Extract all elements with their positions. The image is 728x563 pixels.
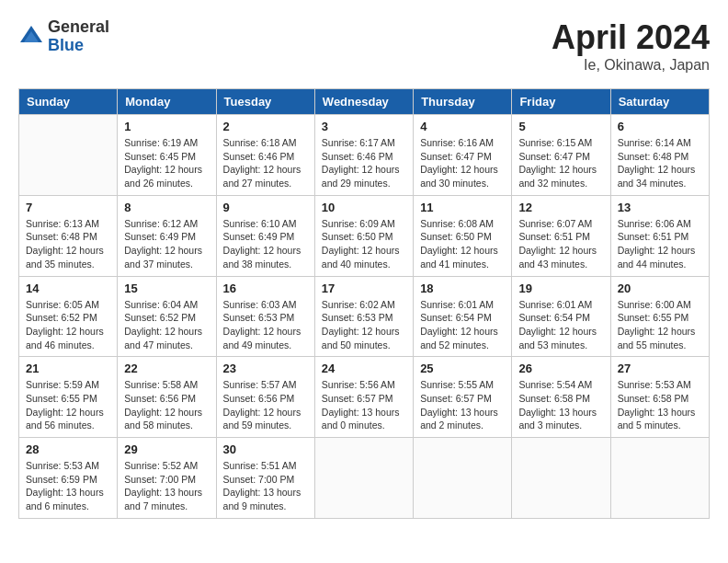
day-number: 22 <box>124 362 209 375</box>
calendar-cell: 15Sunrise: 6:04 AM Sunset: 6:52 PM Dayli… <box>118 276 216 357</box>
calendar-cell: 29Sunrise: 5:52 AM Sunset: 7:00 PM Dayli… <box>118 438 216 519</box>
calendar-cell: 18Sunrise: 6:01 AM Sunset: 6:54 PM Dayli… <box>414 276 512 357</box>
day-number: 8 <box>124 201 209 214</box>
page-header: General Blue April 2024 Ie, Okinawa, Jap… <box>18 18 710 74</box>
day-info: Sunrise: 6:07 AM Sunset: 6:51 PM Dayligh… <box>518 217 603 271</box>
day-info: Sunrise: 6:01 AM Sunset: 6:54 PM Dayligh… <box>420 298 505 352</box>
day-info: Sunrise: 6:00 AM Sunset: 6:55 PM Dayligh… <box>618 298 702 352</box>
day-info: Sunrise: 6:18 AM Sunset: 6:46 PM Dayligh… <box>223 136 308 190</box>
day-info: Sunrise: 5:56 AM Sunset: 6:57 PM Dayligh… <box>322 378 406 432</box>
week-row-4: 21Sunrise: 5:59 AM Sunset: 6:55 PM Dayli… <box>19 357 710 438</box>
calendar-cell: 3Sunrise: 6:17 AM Sunset: 6:46 PM Daylig… <box>314 115 413 196</box>
location-title: Ie, Okinawa, Japan <box>552 57 710 74</box>
day-number: 21 <box>26 362 110 375</box>
calendar-cell: 8Sunrise: 6:12 AM Sunset: 6:49 PM Daylig… <box>118 195 216 276</box>
logo-blue: Blue <box>48 37 109 55</box>
day-info: Sunrise: 5:57 AM Sunset: 6:56 PM Dayligh… <box>223 378 308 432</box>
calendar-cell: 6Sunrise: 6:14 AM Sunset: 6:48 PM Daylig… <box>610 115 709 196</box>
day-number: 30 <box>223 442 308 456</box>
day-info: Sunrise: 5:54 AM Sunset: 6:58 PM Dayligh… <box>518 378 603 432</box>
day-info: Sunrise: 6:14 AM Sunset: 6:48 PM Dayligh… <box>618 136 702 190</box>
calendar-cell: 17Sunrise: 6:02 AM Sunset: 6:53 PM Dayli… <box>314 276 413 357</box>
column-header-thursday: Thursday <box>414 89 512 115</box>
day-info: Sunrise: 6:05 AM Sunset: 6:52 PM Dayligh… <box>26 298 110 352</box>
title-area: April 2024 Ie, Okinawa, Japan <box>552 18 710 74</box>
day-number: 11 <box>420 201 505 214</box>
header-row: SundayMondayTuesdayWednesdayThursdayFrid… <box>19 89 710 115</box>
day-info: Sunrise: 6:16 AM Sunset: 6:47 PM Dayligh… <box>420 136 505 190</box>
calendar-cell: 20Sunrise: 6:00 AM Sunset: 6:55 PM Dayli… <box>610 276 709 357</box>
day-info: Sunrise: 5:55 AM Sunset: 6:57 PM Dayligh… <box>420 378 505 432</box>
calendar-cell <box>314 438 413 519</box>
day-number: 16 <box>223 282 308 295</box>
day-info: Sunrise: 5:58 AM Sunset: 6:56 PM Dayligh… <box>124 378 209 432</box>
day-number: 23 <box>223 362 308 375</box>
day-number: 1 <box>124 120 209 133</box>
calendar-cell: 9Sunrise: 6:10 AM Sunset: 6:49 PM Daylig… <box>216 195 314 276</box>
day-number: 26 <box>518 362 603 375</box>
day-number: 19 <box>518 282 603 295</box>
day-number: 5 <box>518 120 603 133</box>
week-row-3: 14Sunrise: 6:05 AM Sunset: 6:52 PM Dayli… <box>19 276 710 357</box>
day-number: 18 <box>420 282 505 295</box>
column-header-wednesday: Wednesday <box>314 89 413 115</box>
day-number: 4 <box>420 120 505 133</box>
column-header-tuesday: Tuesday <box>216 89 314 115</box>
calendar-cell <box>610 438 709 519</box>
calendar-cell: 1Sunrise: 6:19 AM Sunset: 6:45 PM Daylig… <box>118 115 216 196</box>
day-info: Sunrise: 5:51 AM Sunset: 7:00 PM Dayligh… <box>223 459 308 513</box>
day-number: 14 <box>26 282 110 295</box>
day-number: 17 <box>322 282 406 295</box>
day-number: 25 <box>420 362 505 375</box>
week-row-5: 28Sunrise: 5:53 AM Sunset: 6:59 PM Dayli… <box>19 438 710 519</box>
calendar-cell: 12Sunrise: 6:07 AM Sunset: 6:51 PM Dayli… <box>512 195 610 276</box>
day-info: Sunrise: 6:10 AM Sunset: 6:49 PM Dayligh… <box>223 217 308 271</box>
month-title: April 2024 <box>552 18 710 57</box>
day-number: 12 <box>518 201 603 214</box>
day-number: 20 <box>618 282 702 295</box>
week-row-1: 1Sunrise: 6:19 AM Sunset: 6:45 PM Daylig… <box>19 115 710 196</box>
column-header-monday: Monday <box>118 89 216 115</box>
day-info: Sunrise: 6:09 AM Sunset: 6:50 PM Dayligh… <box>322 217 406 271</box>
logo-text: General Blue <box>48 18 109 55</box>
calendar-cell <box>19 115 118 196</box>
calendar-cell: 13Sunrise: 6:06 AM Sunset: 6:51 PM Dayli… <box>610 195 709 276</box>
calendar-cell: 10Sunrise: 6:09 AM Sunset: 6:50 PM Dayli… <box>314 195 413 276</box>
day-number: 24 <box>322 362 406 375</box>
calendar-cell: 16Sunrise: 6:03 AM Sunset: 6:53 PM Dayli… <box>216 276 314 357</box>
calendar-table: SundayMondayTuesdayWednesdayThursdayFrid… <box>18 88 710 519</box>
day-number: 29 <box>124 442 209 456</box>
calendar-cell: 23Sunrise: 5:57 AM Sunset: 6:56 PM Dayli… <box>216 357 314 438</box>
logo: General Blue <box>18 18 109 55</box>
day-number: 7 <box>26 201 110 214</box>
column-header-saturday: Saturday <box>610 89 709 115</box>
calendar-cell: 28Sunrise: 5:53 AM Sunset: 6:59 PM Dayli… <box>19 438 118 519</box>
calendar-cell: 7Sunrise: 6:13 AM Sunset: 6:48 PM Daylig… <box>19 195 118 276</box>
day-info: Sunrise: 6:03 AM Sunset: 6:53 PM Dayligh… <box>223 298 308 352</box>
calendar-cell: 5Sunrise: 6:15 AM Sunset: 6:47 PM Daylig… <box>512 115 610 196</box>
day-number: 3 <box>322 120 406 133</box>
calendar-cell: 14Sunrise: 6:05 AM Sunset: 6:52 PM Dayli… <box>19 276 118 357</box>
day-info: Sunrise: 6:13 AM Sunset: 6:48 PM Dayligh… <box>26 217 110 271</box>
column-header-friday: Friday <box>512 89 610 115</box>
calendar-cell: 22Sunrise: 5:58 AM Sunset: 6:56 PM Dayli… <box>118 357 216 438</box>
day-number: 6 <box>618 120 702 133</box>
calendar-cell: 24Sunrise: 5:56 AM Sunset: 6:57 PM Dayli… <box>314 357 413 438</box>
column-header-sunday: Sunday <box>19 89 118 115</box>
day-info: Sunrise: 6:04 AM Sunset: 6:52 PM Dayligh… <box>124 298 209 352</box>
day-info: Sunrise: 6:17 AM Sunset: 6:46 PM Dayligh… <box>322 136 406 190</box>
day-number: 15 <box>124 282 209 295</box>
day-info: Sunrise: 6:01 AM Sunset: 6:54 PM Dayligh… <box>518 298 603 352</box>
day-info: Sunrise: 6:12 AM Sunset: 6:49 PM Dayligh… <box>124 217 209 271</box>
calendar-cell: 25Sunrise: 5:55 AM Sunset: 6:57 PM Dayli… <box>414 357 512 438</box>
day-number: 28 <box>26 442 110 456</box>
day-info: Sunrise: 6:15 AM Sunset: 6:47 PM Dayligh… <box>518 136 603 190</box>
day-info: Sunrise: 5:52 AM Sunset: 7:00 PM Dayligh… <box>124 459 209 513</box>
day-number: 13 <box>618 201 702 214</box>
logo-general: General <box>48 18 109 37</box>
day-info: Sunrise: 6:19 AM Sunset: 6:45 PM Dayligh… <box>124 136 209 190</box>
week-row-2: 7Sunrise: 6:13 AM Sunset: 6:48 PM Daylig… <box>19 195 710 276</box>
calendar-cell: 4Sunrise: 6:16 AM Sunset: 6:47 PM Daylig… <box>414 115 512 196</box>
day-info: Sunrise: 6:08 AM Sunset: 6:50 PM Dayligh… <box>420 217 505 271</box>
day-info: Sunrise: 5:53 AM Sunset: 6:58 PM Dayligh… <box>618 378 702 432</box>
